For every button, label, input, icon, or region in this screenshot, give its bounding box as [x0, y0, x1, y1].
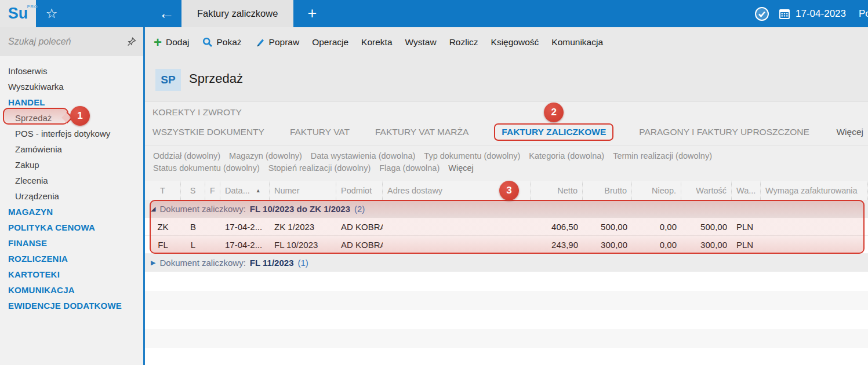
filter-termin-realizacji[interactable]: Termin realizacji (dowolny) — [613, 151, 712, 160]
cell-brutto: 500,00 — [583, 218, 632, 235]
logo-text: Su — [8, 5, 28, 22]
group-row-expanded[interactable]: ◢ Dokument zaliczkowy: FL 10/2023 do ZK … — [145, 200, 868, 218]
col-header-t[interactable]: T — [145, 181, 181, 200]
work-date-control[interactable]: 17-04-2023 — [779, 8, 846, 20]
add-button[interactable]: + Dodaj — [154, 36, 190, 48]
sidebar-item-pos[interactable]: POS - interfejs dotykowy — [0, 126, 143, 141]
menu-komunikacja[interactable]: Komunikacja — [551, 37, 603, 48]
cell-entity: AD KOBRA — [336, 236, 383, 253]
edit-button[interactable]: Popraw — [255, 37, 300, 48]
show-button-label: Pokaż — [217, 37, 242, 48]
cell-flag — [205, 218, 220, 235]
annotation-badge-2: 2 — [544, 103, 564, 122]
sidebar-section-kartoteki[interactable]: KARTOTEKI — [0, 267, 143, 282]
cell-currency: PLN — [732, 218, 761, 235]
col-header-brutto[interactable]: Brutto — [583, 181, 632, 200]
col-header-wymaga-zafakturowania[interactable]: Wymaga zafakturowania — [761, 181, 868, 200]
sidebar-item-zlecenia[interactable]: Zlecenia — [0, 173, 143, 188]
col-header-wartosc[interactable]: Wartość — [681, 181, 732, 200]
sidebar-section-polityka-cenowa[interactable]: POLITYKA CENOWA — [0, 220, 143, 235]
plus-icon: + — [307, 5, 317, 23]
filter-row-2: Status dokumentu (dowolny) Stopień reali… — [145, 163, 868, 173]
sidebar-section-rozliczenia[interactable]: ROZLICZENIA — [0, 251, 143, 267]
favorites-button[interactable]: ☆ — [36, 0, 67, 27]
cell-number: ZK 1/2023 — [270, 218, 336, 235]
table-row[interactable]: ZK B 17-04-2... ZK 1/2023 AD KOBRA 406,5… — [145, 218, 868, 236]
sidebar-section-handel[interactable]: HANDEL — [0, 94, 143, 110]
sidebar-item-infoserwis[interactable]: Infoserwis — [0, 63, 143, 79]
filter-stopien-realizacji[interactable]: Stopień realizacji (dowolny) — [268, 163, 371, 173]
col-header-netto[interactable]: Netto — [531, 181, 583, 200]
group-prefix: Dokument zaliczkowy: — [159, 258, 245, 268]
view-tabs: KOREKTY I ZWROTY WSZYSTKIE DOKUMENTY FAK… — [145, 101, 868, 145]
tab-wszystkie-dokumenty[interactable]: WSZYSTKIE DOKUMENTY — [152, 127, 264, 137]
sync-status-icon[interactable] — [754, 6, 769, 21]
sidebar-section-magazyn[interactable]: MAGAZYN — [0, 204, 143, 220]
col-header-f[interactable]: F — [205, 181, 220, 200]
menu-operacje[interactable]: Operacje — [312, 37, 348, 48]
command-search-placeholder: Szukaj poleceń — [8, 36, 127, 47]
col-header-nieop[interactable]: Nieop. — [632, 181, 681, 200]
show-button[interactable]: Pokaż — [202, 37, 242, 48]
cell-wymaga — [761, 236, 868, 253]
sidebar-section-komunikacja[interactable]: KOMUNIKACJA — [0, 282, 143, 298]
sidebar-item-wyszukiwarka[interactable]: Wyszukiwarka — [0, 79, 143, 94]
filter-typ-dokumentu[interactable]: Typ dokumentu (dowolny) — [424, 151, 520, 160]
filter-magazyn[interactable]: Magazyn (dowolny) — [229, 151, 302, 160]
col-header-numer[interactable]: Numer — [270, 181, 336, 200]
cell-nieop: 0,00 — [632, 236, 681, 253]
tab-korekty-i-zwroty[interactable]: KOREKTY I ZWROTY — [145, 102, 868, 118]
col-header-s[interactable]: S — [181, 181, 205, 200]
menu-korekta[interactable]: Korekta — [361, 37, 392, 48]
group-count: (2) — [354, 204, 365, 214]
sidebar-section-finanse[interactable]: FINANSE — [0, 235, 143, 251]
pin-icon[interactable] — [127, 37, 136, 46]
empty-rows-area — [145, 272, 868, 365]
annotation-badge-3: 3 — [499, 181, 519, 200]
tab-faktury-vat[interactable]: FAKTURY VAT — [290, 127, 350, 137]
menu-rozlicz[interactable]: Rozlicz — [449, 37, 478, 48]
cell-wartosc: 500,00 — [681, 218, 732, 235]
topbar-spacer — [67, 0, 151, 27]
back-button[interactable]: ← — [151, 0, 181, 27]
filter-kategoria[interactable]: Kategoria (dowolna) — [529, 151, 604, 160]
col-header-waluta[interactable]: Wa... — [732, 181, 761, 200]
filter-oddzial[interactable]: Oddział (dowolny) — [153, 151, 220, 160]
cell-status: B — [181, 218, 205, 235]
tab-faktury-zaliczkowe[interactable]: FAKTURY ZALICZKOWE 2 — [494, 123, 613, 141]
tabs-more-button[interactable]: Więcej — [836, 127, 863, 137]
filter-flaga[interactable]: Flaga (dowolna) — [379, 163, 440, 173]
filter-data-wystawienia[interactable]: Data wystawienia (dowolna) — [311, 151, 416, 160]
partial-right-label: Po — [859, 8, 868, 20]
app-logo[interactable]: SuPRO — [0, 0, 36, 27]
magnifier-icon — [202, 37, 213, 48]
col-header-podmiot[interactable]: Podmiot — [336, 181, 383, 200]
table-row[interactable]: FL L 17-04-2... FL 10/2023 AD KOBRA 243,… — [145, 236, 868, 254]
star-icon: ☆ — [46, 6, 58, 21]
group-row-collapsed[interactable]: ▶ Dokument zaliczkowy: FL 11/2023 (1) — [145, 254, 868, 272]
command-search[interactable]: Szukaj poleceń — [0, 27, 143, 56]
menu-ksiegowosc[interactable]: Księgowość — [491, 37, 539, 48]
tab-paragony[interactable]: PARAGONY I FAKTURY UPROSZCZONE — [639, 127, 809, 137]
sort-asc-icon: ▲ — [256, 188, 261, 194]
open-document-tab[interactable]: Faktury zaliczkowe — [181, 0, 293, 27]
back-arrow-icon: ← — [159, 5, 175, 23]
cell-brutto: 300,00 — [583, 236, 632, 253]
filter-status-dokumentu[interactable]: Status dokumentu (dowolny) — [153, 163, 260, 173]
group-prefix: Dokument zaliczkowy: — [159, 204, 245, 214]
new-tab-button[interactable]: + — [293, 0, 331, 27]
sidebar-item-zakup[interactable]: Zakup — [0, 157, 143, 173]
sidebar-item-zamowienia[interactable]: Zamówienia — [0, 141, 143, 157]
document-tab-title: Faktury zaliczkowe — [197, 8, 278, 19]
filters-more-button[interactable]: Więcej — [448, 163, 474, 173]
toolbar: + Dodaj Pokaż Popraw Operacje Korekta — [145, 27, 868, 57]
sidebar-item-urzadzenia[interactable]: Urządzenia — [0, 188, 143, 204]
tab-faktury-vat-marza[interactable]: FAKTURY VAT MARŻA — [375, 127, 468, 137]
col-header-data[interactable]: Data... ▲ — [220, 181, 270, 200]
cell-status: L — [181, 236, 205, 253]
cell-netto: 243,90 — [531, 236, 583, 253]
top-bar: SuPRO ☆ ← Faktury zaliczkowe + — [0, 0, 868, 27]
cell-nieop: 0,00 — [632, 218, 681, 235]
menu-wystaw[interactable]: Wystaw — [405, 37, 437, 48]
sidebar-section-ewidencje[interactable]: EWIDENCJE DODATKOWE — [0, 298, 143, 313]
